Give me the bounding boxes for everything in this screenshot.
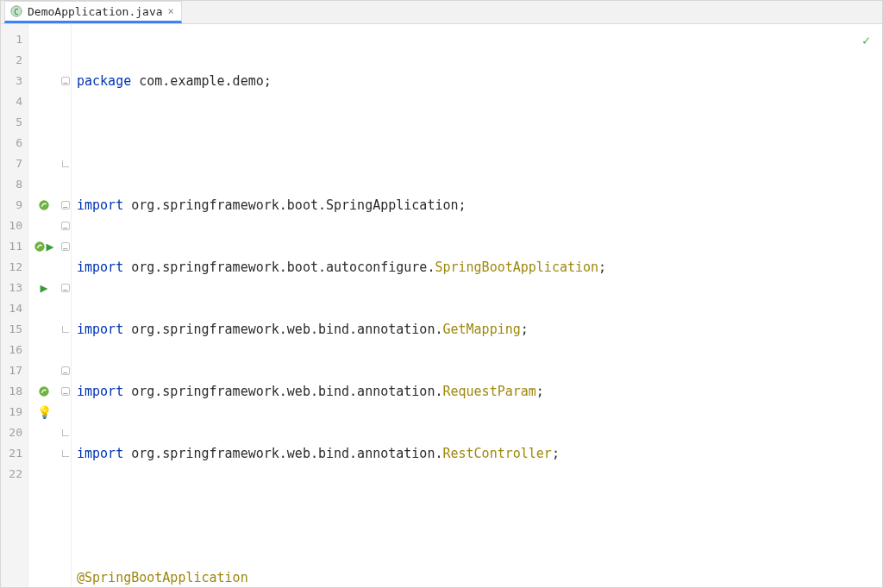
annotation: @SpringBootApplication [77,570,248,585]
keyword: import [77,260,123,275]
line-number[interactable]: 7 [1,153,22,174]
fold-row [62,319,69,340]
tab-filename: DemoApplication.java [28,5,163,18]
class-icon: C [10,5,22,17]
fold-toggle-icon[interactable] [61,284,70,292]
fold-toggle-icon[interactable] [61,366,70,375]
spring-icon [34,241,46,253]
code-text: ; [598,260,606,275]
line-number[interactable]: 11 [1,236,22,257]
keyword: import [77,384,123,399]
fold-row [61,216,70,236]
line-number[interactable]: 13 [1,278,22,298]
line-number[interactable]: 5 [1,112,22,133]
annotation: RequestParam [442,384,535,399]
gutter-icon-row [28,360,59,381]
fold-toggle-icon[interactable] [61,387,70,396]
fold-toggle-icon[interactable] [61,77,70,85]
gutter-icon-row: 💡 [28,402,59,422]
gutter-icon-row [28,153,59,174]
fold-end-icon [62,450,69,457]
gutter-icon-row [28,464,59,485]
gutter-icon-row [28,71,59,91]
gutter-icons: ▶▶💡 [28,24,59,588]
line-number[interactable]: 6 [1,133,22,153]
gutter-icon-row [28,195,59,216]
gutter-icon-row [28,340,59,360]
line-number[interactable]: 19 [1,402,22,422]
svg-text:C: C [14,8,18,16]
gutter-icon-row [28,112,59,133]
line-number[interactable]: 2 [1,50,22,71]
fold-toggle-icon[interactable] [61,242,70,251]
line-number[interactable]: 21 [1,443,22,464]
gutter-icon-row [28,50,59,71]
fold-end-icon [62,326,69,333]
line-number[interactable]: 9 [1,195,22,216]
svg-point-4 [39,386,48,396]
fold-row [61,195,70,216]
fold-row [62,422,69,443]
intention-bulb-icon[interactable]: 💡 [37,402,52,422]
line-number[interactable]: 14 [1,298,22,319]
keyword: package [77,73,131,89]
tab-bar: C DemoApplication.java × [1,1,882,24]
tab-close[interactable]: × [168,5,174,17]
code-text: org.springframework.boot.SpringApplicati… [123,197,466,213]
gutter-icon-row [28,216,59,236]
editor-area: ✓ 12345678910111213141516171819202122 ▶▶… [1,24,882,588]
spring-icon [38,385,50,397]
line-number[interactable]: 10 [1,216,22,236]
code-text: com.example.demo; [131,73,272,89]
line-number[interactable]: 4 [1,91,22,112]
line-number[interactable]: 15 [1,319,22,340]
run-icon[interactable]: ▶ [40,278,47,298]
line-number[interactable]: 22 [1,464,22,485]
fold-gutter [59,24,72,588]
annotation: GetMapping [442,322,520,337]
line-number[interactable]: 20 [1,422,22,443]
code-text: ; [521,322,529,337]
svg-point-3 [35,241,45,251]
fold-end-icon [62,160,69,167]
fold-end-icon [62,429,69,436]
fold-toggle-icon[interactable] [61,222,70,230]
line-number[interactable]: 3 [1,71,22,91]
code-area[interactable]: package com.example.demo; import org.spr… [72,24,882,588]
line-number[interactable]: 1 [1,29,22,50]
fold-row [61,381,70,402]
fold-row [61,71,70,91]
gutter-icon-row [28,298,59,319]
gutter-icon-row: ▶ [28,236,59,257]
code-text: org.springframework.web.bind.annotation. [123,446,442,461]
ide-window: C DemoApplication.java × ✓ 1234567891011… [0,0,883,588]
file-tab[interactable]: C DemoApplication.java × [4,1,182,23]
line-number-gutter: 12345678910111213141516171819202122 [1,24,28,588]
run-icon[interactable]: ▶ [46,236,53,257]
code-text: ; [552,446,560,461]
keyword: import [77,197,123,213]
gutter-icon-row [28,381,59,402]
fold-toggle-icon[interactable] [61,201,70,210]
annotation: RestController [442,446,551,461]
code-text: org.springframework.web.bind.annotation. [123,384,442,399]
line-number[interactable]: 12 [1,257,22,278]
line-number[interactable]: 17 [1,360,22,381]
gutter-icon-row: ▶ [28,278,59,298]
gutter-icon-row [28,91,59,112]
gutter-icon-row [28,422,59,443]
gutter-icon-row [28,29,59,50]
code-text: org.springframework.web.bind.annotation. [123,322,442,337]
line-number[interactable]: 8 [1,174,22,195]
annotation: SpringBootApplication [435,260,598,275]
keyword: import [77,446,123,461]
fold-row [61,360,70,381]
code-text: org.springframework.boot.autoconfigure. [123,260,435,275]
fold-row [62,443,69,464]
line-number[interactable]: 16 [1,340,22,360]
gutter-icon-row [28,133,59,153]
gutter-icon-row [28,443,59,464]
line-number[interactable]: 18 [1,381,22,402]
code-text: ; [536,384,544,399]
gutter-icon-row [28,257,59,278]
